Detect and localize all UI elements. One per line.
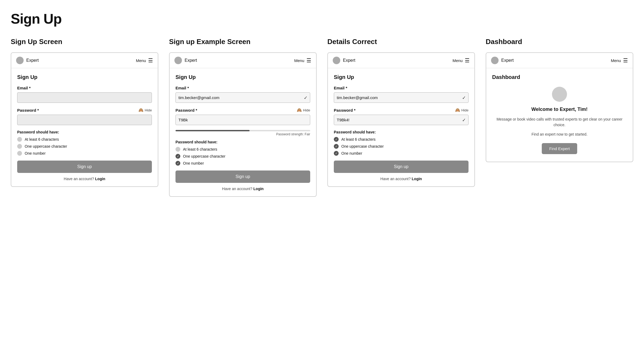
password-row-3: Password * 🙈 Hide — [334, 108, 469, 113]
password-label-3: Password * — [334, 108, 356, 113]
signup-button-1[interactable]: Sign up — [17, 161, 152, 173]
hide-label-3: Hide — [461, 108, 469, 112]
email-input-2[interactable] — [175, 92, 310, 103]
email-label-3: Email * — [334, 86, 469, 90]
find-expert-button[interactable]: Find Expert — [542, 143, 577, 154]
form-title-2: Sign Up — [175, 74, 310, 80]
rule-text-1-2: One number — [25, 151, 46, 155]
password-label-1: Password * — [17, 108, 39, 113]
password-row-2: Password * 🙈 Hide — [175, 108, 310, 113]
dashboard-desc-2: Find an expert now to get started. — [492, 132, 627, 137]
hide-label-2: Hide — [303, 108, 310, 112]
rule-item-3-0: ✓ At least 6 characters — [334, 137, 469, 142]
password-input-2[interactable] — [175, 115, 310, 125]
rule-item-1-0: At least 6 characters — [17, 137, 152, 142]
page-title: Sign Up — [11, 11, 633, 27]
form-title-1: Sign Up — [17, 74, 152, 80]
nav-brand-dashboard: Expert — [501, 58, 514, 63]
rule-item-2-2: ✓ One number — [175, 161, 310, 166]
password-input-wrapper-3: ✓ — [334, 115, 469, 125]
hamburger-icon-2[interactable]: ☰ — [306, 58, 311, 63]
menu-label-1: Menu — [136, 58, 146, 63]
rule-text-1-1: One uppercase character — [25, 144, 67, 148]
rule-text-3-2: One number — [341, 151, 362, 155]
dashboard-title: Dashboard — [492, 74, 627, 80]
signup-button-2[interactable]: Sign up — [175, 170, 310, 183]
rules-section-1: Password should have: At least 6 charact… — [17, 130, 152, 156]
form-content-2: Sign Up Email * ✓ Password * 🙈 Hide — [170, 68, 316, 196]
screens-row: Sign Up Screen Expert Menu ☰ Sign Up Ema… — [11, 38, 633, 197]
nav-left-3: Expert — [333, 57, 355, 64]
nav-right-2: Menu ☰ — [294, 58, 311, 63]
password-input-3[interactable] — [334, 115, 469, 125]
screen-heading-2: Sign up Example Screen — [169, 38, 317, 46]
email-input-wrapper-3: ✓ — [334, 92, 469, 103]
rule-text-2-1: One uppercase character — [183, 154, 225, 158]
rule-dot-2-0 — [175, 147, 180, 152]
email-label-1: Email * — [17, 86, 152, 90]
rules-title-3: Password should have: — [334, 130, 469, 134]
nav-bar-dashboard: Expert Menu ☰ — [486, 53, 633, 68]
email-input-wrapper-2: ✓ — [175, 92, 310, 103]
screen-heading-3: Details Correct — [327, 38, 475, 46]
password-input-1[interactable] — [17, 115, 152, 125]
hide-toggle-1[interactable]: 🙈 Hide — [138, 108, 152, 113]
rule-text-2-0: At least 6 characters — [183, 147, 217, 151]
rule-item-3-2: ✓ One number — [334, 151, 469, 156]
phone-frame-2: Expert Menu ☰ Sign Up Email * ✓ Password… — [169, 52, 317, 197]
phone-frame-1: Expert Menu ☰ Sign Up Email * Password *… — [11, 52, 158, 187]
rule-item-2-0: At least 6 characters — [175, 147, 310, 152]
menu-label-3: Menu — [452, 58, 463, 63]
hamburger-icon-1[interactable]: ☰ — [148, 58, 153, 63]
nav-right-1: Menu ☰ — [136, 58, 153, 63]
hamburger-icon-3[interactable]: ☰ — [465, 58, 470, 63]
nav-left-1: Expert — [16, 57, 39, 64]
screen-col-dashboard: Dashboard Expert Menu ☰ Dashboard Welcom… — [486, 38, 633, 162]
email-input-3[interactable] — [334, 92, 469, 103]
login-prefix-2: Have an account? — [222, 187, 254, 191]
avatar-2 — [174, 57, 182, 64]
login-link-1[interactable]: Login — [95, 177, 105, 181]
password-check-3: ✓ — [462, 117, 466, 123]
login-link-2[interactable]: Login — [253, 187, 264, 191]
rules-title-2: Password should have: — [175, 140, 310, 144]
login-prefix-1: Have an account? — [64, 177, 95, 181]
nav-brand-2: Expert — [185, 58, 197, 63]
nav-left-dashboard: Expert — [491, 57, 514, 64]
menu-label-2: Menu — [294, 58, 304, 63]
nav-brand-1: Expert — [26, 58, 39, 63]
signup-button-3[interactable]: Sign up — [334, 161, 469, 173]
password-input-wrapper-2 — [175, 115, 310, 125]
email-input-1[interactable] — [17, 92, 152, 103]
screen-heading-dashboard: Dashboard — [486, 38, 633, 46]
nav-left-2: Expert — [174, 57, 197, 64]
rule-item-1-1: One uppercase character — [17, 144, 152, 149]
login-link-3[interactable]: Login — [412, 177, 422, 181]
nav-bar-2: Expert Menu ☰ — [170, 53, 316, 68]
hide-label-1: Hide — [145, 108, 152, 112]
rule-text-1-0: At least 6 characters — [25, 137, 59, 141]
screen-col-1: Sign Up Screen Expert Menu ☰ Sign Up Ema… — [11, 38, 158, 187]
avatar-1 — [16, 57, 24, 64]
form-content-1: Sign Up Email * Password * 🙈 Hide Passwo — [11, 68, 158, 186]
rule-dot-3-0: ✓ — [334, 137, 339, 142]
rule-text-3-1: One uppercase character — [341, 144, 384, 148]
strength-label-2: Password strength: Fair — [175, 132, 310, 136]
email-check-2: ✓ — [304, 95, 308, 100]
hide-toggle-3[interactable]: 🙈 Hide — [455, 108, 469, 113]
rule-dot-2-1: ✓ — [175, 154, 180, 159]
welcome-text: Welcome to Expert, Tim! — [492, 107, 627, 112]
rule-dot-2-2: ✓ — [175, 161, 180, 166]
rule-dot-1-1 — [17, 144, 22, 149]
password-row-1: Password * 🙈 Hide — [17, 108, 152, 113]
hide-toggle-2[interactable]: 🙈 Hide — [297, 108, 310, 113]
form-content-3: Sign Up Email * ✓ Password * 🙈 Hide ✓ — [328, 68, 474, 186]
login-text-3: Have an account? Login — [334, 177, 469, 181]
strength-bar-wrap-2 — [175, 130, 310, 131]
rule-dot-1-0 — [17, 137, 22, 142]
rules-title-1: Password should have: — [17, 130, 152, 134]
rule-text-2-2: One number — [183, 161, 204, 165]
hamburger-icon-dashboard[interactable]: ☰ — [623, 58, 628, 63]
hide-icon-3: 🙈 — [455, 108, 460, 113]
login-text-1: Have an account? Login — [17, 177, 152, 181]
